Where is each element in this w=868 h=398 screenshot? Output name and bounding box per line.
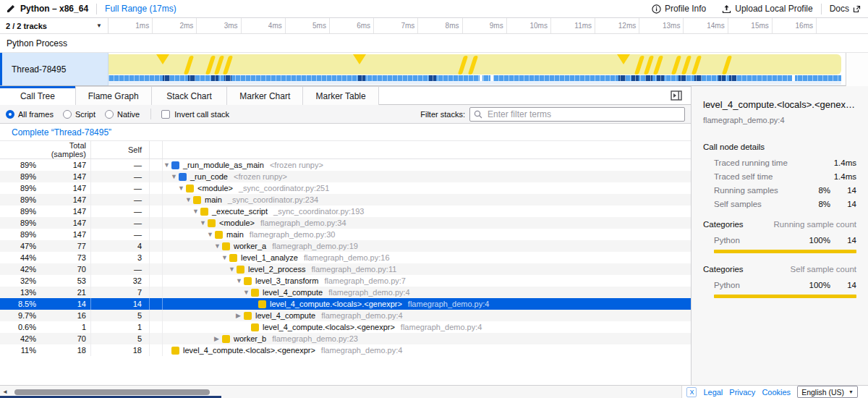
column-header-icon [150, 141, 163, 158]
thread-track-label[interactable]: Thread-78495 [0, 53, 109, 85]
twisty-icon[interactable]: ▼ [171, 171, 179, 182]
tab-flame-graph[interactable]: Flame Graph [76, 87, 152, 106]
marker-icon [617, 54, 630, 64]
table-row[interactable]: 0.6%11level_4_compute.<locals>.<genexpr>… [0, 321, 691, 333]
radio-native-label[interactable]: Native [117, 110, 140, 119]
twisty-icon[interactable]: ▼ [207, 229, 215, 240]
table-row[interactable]: 47%774▼worker_aflamegraph_demo.py:19 [0, 240, 691, 252]
table-row[interactable]: 42%705▶worker_bflamegraph_demo.py:23 [0, 333, 691, 344]
table-row[interactable]: 89%147—▼_run_module_as_main<frozen runpy… [0, 159, 691, 171]
panel-tab-bar: Call TreeFlame GraphStack ChartMarker Ch… [0, 86, 691, 105]
footer-link-legal[interactable]: Legal [703, 388, 723, 397]
tab-call-tree[interactable]: Call Tree [0, 87, 76, 106]
invert-call-stack-label[interactable]: Invert call stack [174, 110, 229, 119]
scroll-left-arrow-icon[interactable]: ◄ [2, 389, 8, 395]
radio-script[interactable] [63, 110, 72, 119]
breadcrumb-row: Complete “Thread-78495” [0, 124, 691, 141]
twisty-icon[interactable]: ▼ [236, 275, 244, 287]
footer-link-cookies[interactable]: Cookies [762, 388, 791, 397]
category-swatch-icon [215, 231, 223, 239]
category-swatch-icon [193, 196, 201, 204]
filter-stacks-input[interactable] [469, 107, 685, 122]
ruler-tick: 14ms [684, 18, 728, 33]
docs-button[interactable]: Docs [830, 4, 861, 14]
sidebar-toggle-icon[interactable] [671, 90, 682, 101]
table-row[interactable]: 11%1818level_4_compute.<locals>.<genexpr… [0, 344, 691, 356]
ruler-tick: 6ms [330, 18, 374, 33]
table-row[interactable]: 89%147—▼<module>flamegraph_demo.py:34 [0, 217, 691, 229]
detail-row: Running samples8%14 [703, 186, 856, 195]
function-name: worker_a [234, 242, 266, 250]
twisty-icon[interactable]: ▼ [192, 206, 200, 217]
scrollbar-thumb[interactable] [14, 389, 210, 395]
twisty-icon[interactable]: ▼ [221, 252, 229, 263]
marker-icon [653, 56, 663, 75]
twisty-icon[interactable]: ▼ [243, 287, 251, 298]
upload-profile-button[interactable]: Upload Local Profile [722, 4, 812, 14]
file-location: flamegraph_demo.py:4 [321, 311, 403, 320]
table-row[interactable]: 89%147—▼<module>_sync_coordinator.py:251 [0, 182, 691, 194]
column-header-total[interactable]: Total (samples) [36, 141, 90, 158]
table-row[interactable]: 89%147—▼mainflamegraph_demo.py:30 [0, 229, 691, 240]
footer-close-button[interactable]: X [686, 387, 697, 397]
twisty-icon[interactable]: ▼ [214, 240, 222, 252]
activity-graph[interactable] [109, 54, 841, 75]
timeline-header: 2 / 2 tracks ▼ 1ms2ms3ms4ms5ms6ms7ms8ms9… [0, 18, 868, 34]
sample-block [631, 75, 639, 81]
twisty-icon[interactable]: ▶ [214, 333, 222, 344]
twisty-icon[interactable]: ▼ [178, 182, 186, 194]
invert-call-stack-checkbox[interactable] [161, 110, 170, 119]
file-location: <frozen runpy> [270, 161, 323, 169]
file-location: _sync_coordinator.py:234 [228, 195, 318, 204]
category-swatch-icon [251, 323, 259, 331]
horizontal-scrollbar[interactable]: ◄ [0, 385, 681, 398]
tab-marker-chart[interactable]: Marker Chart [227, 87, 303, 106]
category-swatch-icon [200, 208, 208, 216]
twisty-icon[interactable]: ▼ [200, 217, 208, 229]
full-range-link[interactable]: Full Range (17ms) [105, 4, 176, 14]
footer-link-privacy[interactable]: Privacy [729, 388, 755, 397]
radio-native[interactable] [105, 110, 114, 119]
selected-node-location: flamegraph_demo.py:4 [703, 116, 856, 124]
radio-all-frames-label[interactable]: All frames [18, 110, 54, 119]
profile-name: Python – x86_64 [20, 4, 88, 14]
table-row[interactable]: 44%733▼level_1_analyzeflamegraph_demo.py… [0, 252, 691, 263]
table-row[interactable]: 9.7%165▶level_4_computeflamegraph_demo.p… [0, 310, 691, 321]
table-row[interactable]: 89%147—▼_execute_script_sync_coordinator… [0, 206, 691, 217]
thread-track-graph[interactable] [109, 53, 842, 85]
twisty-icon[interactable]: ▼ [163, 159, 171, 171]
tab-stack-chart[interactable]: Stack Chart [152, 87, 228, 106]
twisty-icon[interactable]: ▶ [236, 310, 244, 321]
process-track-header[interactable]: Python Process [0, 34, 868, 53]
file-location: flamegraph_demo.py:4 [321, 346, 403, 355]
column-header-self[interactable]: Self [91, 141, 150, 158]
table-row[interactable]: 13%217▼level_4_computeflamegraph_demo.py… [0, 287, 691, 298]
file-location: flamegraph_demo.py:4 [328, 288, 410, 297]
function-name: <module> [219, 219, 255, 227]
tab-marker-table[interactable]: Marker Table [303, 87, 379, 106]
edit-pencil-icon[interactable] [7, 4, 15, 13]
radio-all-frames[interactable] [6, 110, 14, 119]
table-row[interactable]: 32%5332▼level_3_transformflamegraph_demo… [0, 275, 691, 287]
tracks-selector[interactable]: 2 / 2 tracks ▼ [0, 18, 109, 33]
call-tree-settings-bar: All frames Script Native Invert call sta… [0, 105, 691, 124]
sample-gap [490, 75, 493, 81]
footer: ◄ X LegalPrivacyCookies English (US) ▼ [0, 385, 868, 398]
table-row[interactable]: 89%147—▼main_sync_coordinator.py:234 [0, 194, 691, 206]
upload-icon [722, 4, 731, 14]
table-row[interactable]: 89%147—▼_run_code<frozen runpy> [0, 171, 691, 182]
twisty-icon[interactable]: ▼ [185, 194, 193, 206]
table-row[interactable]: 42%70—▼level_2_processflamegraph_demo.py… [0, 263, 691, 275]
marker-icon [458, 56, 468, 75]
call-node-sidebar: level_4_compute.<locals>.<genexpr> flame… [691, 86, 868, 385]
marker-icon [681, 56, 692, 75]
file-location: _sync_coordinator.py:251 [239, 184, 329, 192]
radio-script-label[interactable]: Script [75, 110, 95, 119]
profile-info-button[interactable]: Profile Info [652, 4, 706, 14]
marker-icon [156, 54, 169, 64]
breadcrumb[interactable]: Complete “Thread-78495” [12, 127, 111, 137]
table-row[interactable]: 8.5%1414level_4_compute.<locals>.<genexp… [0, 298, 691, 310]
language-select[interactable]: English (US) ▼ [797, 386, 858, 398]
sample-strip[interactable] [109, 75, 841, 81]
twisty-icon[interactable]: ▼ [229, 263, 237, 275]
